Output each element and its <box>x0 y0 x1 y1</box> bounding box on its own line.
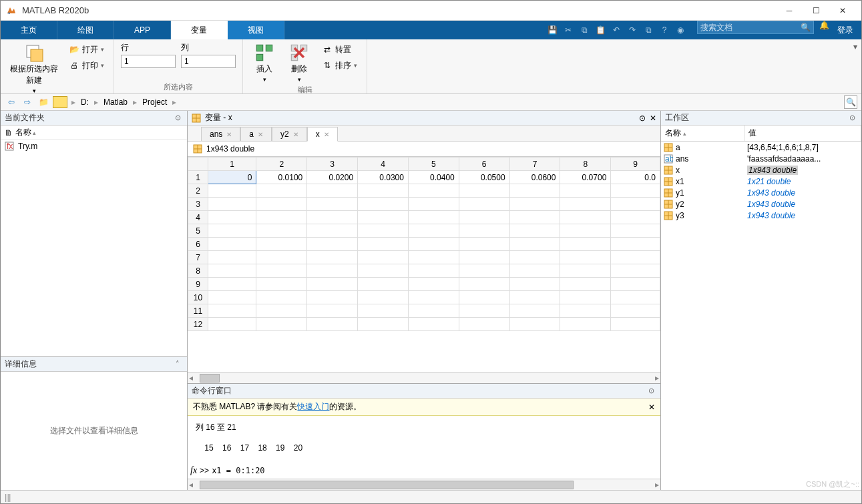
grid-cell[interactable] <box>208 238 256 251</box>
grid-cell[interactable]: 0.0300 <box>358 171 409 184</box>
tab-close-icon[interactable]: ✕ <box>293 131 298 138</box>
grid-cell[interactable] <box>611 304 660 318</box>
grid-col-header[interactable]: 2 <box>256 158 307 171</box>
grid-cell[interactable] <box>307 238 358 251</box>
path-segment[interactable]: D: <box>78 96 91 108</box>
grid-cell[interactable] <box>358 198 409 211</box>
insert-button[interactable]: 插入▾ <box>250 42 279 84</box>
panel-menu-icon[interactable]: ⊙ <box>847 113 857 123</box>
grid-cell[interactable] <box>459 238 509 251</box>
grid-row-header[interactable]: 5 <box>188 224 208 238</box>
grid-cell[interactable]: 0.0700 <box>560 171 611 184</box>
login-button[interactable]: 登录 <box>829 21 861 39</box>
grid-cell[interactable] <box>509 278 560 291</box>
grid-cell[interactable] <box>459 291 509 304</box>
grid-cell[interactable] <box>611 318 660 331</box>
grid-cell[interactable] <box>560 198 611 211</box>
grid-cell[interactable] <box>307 198 358 211</box>
grid-cell[interactable] <box>459 184 509 198</box>
grid-cell[interactable] <box>560 224 611 238</box>
row-input[interactable] <box>121 55 176 68</box>
search-input[interactable] <box>700 23 801 32</box>
grid-cell[interactable] <box>459 278 509 291</box>
grid-cell[interactable] <box>307 211 358 224</box>
open-button[interactable]: 📂打开 <box>66 42 107 57</box>
grid-cell[interactable] <box>358 318 409 331</box>
grid-cell[interactable] <box>509 264 560 278</box>
grid-cell[interactable] <box>459 318 509 331</box>
grid-cell[interactable] <box>611 224 660 238</box>
grid-cell[interactable] <box>256 211 307 224</box>
grid-cell[interactable] <box>509 211 560 224</box>
grid-cell[interactable] <box>408 264 459 278</box>
grid-row-header[interactable]: 6 <box>188 238 208 251</box>
grid-cell[interactable] <box>208 211 256 224</box>
grid-cell[interactable] <box>358 291 409 304</box>
col-input[interactable] <box>181 55 236 68</box>
sort-button[interactable]: ⇅排序 <box>319 58 360 73</box>
workspace-col-name[interactable]: 名称▴ <box>661 125 744 141</box>
grid-cell[interactable] <box>611 291 660 304</box>
grid-cell[interactable] <box>459 304 509 318</box>
undo-icon[interactable]: ↶ <box>610 24 622 36</box>
grid-cell[interactable]: 0.0500 <box>459 171 509 184</box>
workspace-row[interactable]: y2 1x943 double <box>661 198 861 210</box>
path-segment[interactable]: Project <box>140 96 170 108</box>
grid-row-header[interactable]: 2 <box>188 184 208 198</box>
grid-row-header[interactable]: 3 <box>188 198 208 211</box>
grid-cell[interactable] <box>408 318 459 331</box>
close-button[interactable]: ✕ <box>829 1 856 20</box>
grid-cell[interactable] <box>509 251 560 264</box>
grid-cell[interactable] <box>509 184 560 198</box>
workspace-col-value[interactable]: 值 <box>744 125 861 141</box>
grid-cell[interactable]: 0.0200 <box>307 171 358 184</box>
grid-cell[interactable]: 0.0100 <box>256 171 307 184</box>
grid-cell[interactable] <box>208 278 256 291</box>
nav-up-icon[interactable]: 📁 <box>37 95 50 109</box>
grid-row-header[interactable]: 12 <box>188 318 208 331</box>
workspace-row[interactable]: abans 'faassafdsadaaaaa... <box>661 153 861 164</box>
details-collapse-icon[interactable]: ˄ <box>172 359 183 370</box>
workspace-row[interactable]: y3 1x943 double <box>661 210 861 221</box>
grid-cell[interactable] <box>208 318 256 331</box>
panel-close-icon[interactable]: ✕ <box>650 113 656 123</box>
grid-cell[interactable] <box>208 198 256 211</box>
file-row[interactable]: fx Try.m <box>1 140 187 152</box>
tab-apps[interactable]: APP <box>114 21 171 39</box>
grid-col-header[interactable]: 5 <box>408 158 459 171</box>
nav-browse-icon[interactable] <box>53 96 67 108</box>
grid-cell[interactable]: 0.0600 <box>509 171 560 184</box>
grid-cell[interactable] <box>358 278 409 291</box>
cmd-horizontal-scrollbar[interactable]: ◂ ▸ <box>188 479 660 490</box>
delete-button[interactable]: 删除▾ <box>284 42 314 84</box>
grid-cell[interactable] <box>560 318 611 331</box>
grid-cell[interactable] <box>408 251 459 264</box>
grid-cell[interactable] <box>256 238 307 251</box>
grid-cell[interactable] <box>459 264 509 278</box>
grid-cell[interactable] <box>611 264 660 278</box>
nav-forward-icon[interactable]: ⇨ <box>21 95 34 109</box>
tab-close-icon[interactable]: ✕ <box>258 131 263 138</box>
grid-cell[interactable] <box>509 238 560 251</box>
grid-cell[interactable] <box>358 238 409 251</box>
grid-cell[interactable] <box>408 224 459 238</box>
grid-cell[interactable]: 0.0 <box>611 171 660 184</box>
workspace-row[interactable]: x1 1x21 double <box>661 176 861 187</box>
tab-close-icon[interactable]: ✕ <box>324 131 329 138</box>
grid-cell[interactable] <box>611 251 660 264</box>
grid-cell[interactable] <box>408 238 459 251</box>
grid-cell[interactable] <box>307 264 358 278</box>
tab-view[interactable]: 视图 <box>228 21 284 39</box>
grid-cell[interactable] <box>256 264 307 278</box>
grid-row-header[interactable]: 1 <box>188 171 208 184</box>
var-tab-ans[interactable]: ans✕ <box>201 127 240 141</box>
grid-cell[interactable] <box>358 184 409 198</box>
var-tab-y2[interactable]: y2✕ <box>272 127 307 141</box>
grid-cell[interactable] <box>509 291 560 304</box>
grid-cell[interactable] <box>408 198 459 211</box>
transpose-button[interactable]: ⇄转置 <box>319 42 360 57</box>
workspace-row[interactable]: y1 1x943 double <box>661 187 861 198</box>
grid-cell[interactable] <box>611 198 660 211</box>
switch-windows-icon[interactable]: ⧉ <box>642 24 654 36</box>
grid-cell[interactable] <box>307 304 358 318</box>
